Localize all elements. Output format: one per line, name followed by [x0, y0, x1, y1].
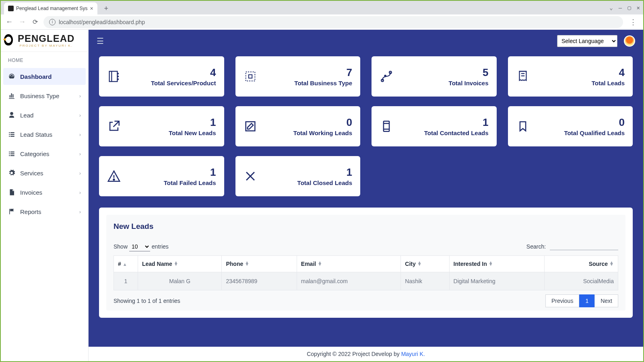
card-number: 1 — [399, 116, 489, 129]
sidebar-item-lead-status[interactable]: Lead Status › — [3, 126, 86, 143]
topbar: ☰ Select Language — [89, 30, 643, 52]
avatar[interactable] — [624, 35, 635, 47]
card-number: 5 — [399, 66, 489, 79]
close-window-icon[interactable]: ✕ — [637, 4, 640, 11]
sort-icon: ▲▼ — [609, 261, 614, 266]
cell-name: Malan G — [138, 272, 222, 290]
chevron-right-icon: › — [79, 209, 81, 215]
col-email[interactable]: Email▲▼ — [297, 256, 400, 272]
search-input[interactable] — [550, 243, 618, 250]
hamburger-icon[interactable]: ☰ — [97, 36, 104, 46]
sidebar-item-lead[interactable]: Lead › — [3, 107, 86, 123]
card-total-leads[interactable]: 4Total Leads — [508, 56, 633, 97]
search-control: Search: — [526, 243, 618, 250]
svg-point-9 — [384, 75, 386, 76]
svg-point-17 — [114, 179, 115, 180]
forward-icon[interactable]: → — [18, 18, 27, 26]
svg-rect-5 — [246, 72, 255, 81]
back-icon[interactable]: ← — [5, 18, 14, 26]
sidebar-item-reports[interactable]: Reports › — [3, 203, 86, 220]
chart-bar-icon — [8, 92, 15, 99]
card-new-leads[interactable]: 1Total New Leads — [99, 106, 224, 146]
card-label: Total Working Leads — [263, 130, 353, 136]
new-tab-button[interactable]: + — [101, 4, 111, 13]
card-working-leads[interactable]: 0Total Working Leads — [235, 106, 361, 146]
sidebar-item-label: Services — [20, 170, 43, 177]
cell-interest: Digital Marketing — [449, 272, 544, 290]
gauge-icon — [8, 73, 15, 80]
card-total-services[interactable]: 4Total Services/Product — [99, 56, 224, 97]
col-index[interactable]: #▲ — [114, 256, 138, 272]
card-closed-leads[interactable]: 1Total Closed Leads — [235, 156, 361, 196]
sort-icon: ▲▼ — [489, 261, 493, 266]
cell-source: SocialMedia — [544, 272, 618, 290]
card-total-invoices[interactable]: 5Total Invoices — [372, 56, 497, 97]
panel-title: New Leads — [114, 222, 618, 231]
url-text: localhost/penglead/dashboard.php — [59, 19, 145, 25]
maximize-icon[interactable]: ▢ — [627, 4, 631, 11]
site-info-icon[interactable]: i — [49, 19, 56, 25]
prev-button[interactable]: Previous — [545, 294, 579, 307]
col-source[interactable]: Source▲▼ — [544, 256, 618, 272]
minimize-icon[interactable]: — — [619, 4, 622, 11]
card-total-business-type[interactable]: 7Total Business Type — [235, 56, 361, 97]
col-city[interactable]: City▲▼ — [401, 256, 449, 272]
window-controls: ⌄ — ▢ ✕ — [609, 1, 640, 14]
tab-close-icon[interactable]: × — [90, 5, 93, 12]
card-label: Total Contacted Leads — [399, 130, 489, 136]
edit-icon — [244, 119, 257, 133]
sidebar-item-services[interactable]: Services › — [3, 165, 86, 181]
col-phone[interactable]: Phone▲▼ — [222, 256, 297, 272]
page-size-select[interactable]: 10 — [129, 242, 150, 251]
sidebar-section-home: HOME — [1, 52, 88, 66]
footer: Copyright © 2022 Project Develop by Mayu… — [89, 347, 643, 361]
cell-phone: 2345678989 — [222, 272, 297, 290]
penguin-logo-icon — [2, 33, 18, 49]
chevron-right-icon: › — [79, 132, 81, 138]
browser-tab[interactable]: Penglead Lead management Sys × — [4, 2, 97, 14]
card-label: Total Services/Product — [126, 80, 216, 86]
card-number: 1 — [126, 116, 216, 129]
card-failed-leads[interactable]: 1Total Failed Leads — [99, 156, 224, 196]
browser-tab-strip: Penglead Lead management Sys × + ⌄ — ▢ ✕ — [1, 1, 643, 14]
reload-icon[interactable]: ⟳ — [31, 18, 39, 26]
list-icon — [8, 150, 15, 157]
sidebar-item-label: Invoices — [20, 189, 42, 196]
file-icon — [8, 189, 15, 196]
sidebar: PENGLEAD PROJECT BY MAYURI K. HOME Dashb… — [1, 30, 89, 361]
sidebar-item-dashboard[interactable]: Dashboard — [3, 68, 86, 85]
card-number: 1 — [263, 166, 353, 179]
address-bar[interactable]: i localhost/penglead/dashboard.php — [43, 16, 623, 28]
svg-rect-6 — [248, 75, 252, 78]
footer-link[interactable]: Mayuri K. — [401, 351, 425, 357]
card-qualified-leads[interactable]: 0Total Qualified Leads — [508, 106, 633, 146]
card-contacted-leads[interactable]: 1Total Contacted Leads — [372, 106, 497, 146]
col-interested[interactable]: Interested In▲▼ — [449, 256, 544, 272]
sidebar-item-business-type[interactable]: Business Type › — [3, 87, 86, 104]
user-icon — [8, 111, 15, 119]
dropdown-caret-icon[interactable]: ⌄ — [609, 4, 613, 11]
card-number: 1 — [126, 166, 216, 179]
sort-icon: ▲▼ — [318, 261, 322, 266]
svg-point-3 — [118, 76, 118, 77]
browser-toolbar: ← → ⟳ i localhost/penglead/dashboard.php… — [1, 14, 643, 30]
col-lead-name[interactable]: Lead Name▲▼ — [138, 256, 222, 272]
sidebar-item-categories[interactable]: Categories › — [3, 145, 86, 162]
browser-menu-icon[interactable]: ⋮ — [627, 18, 639, 27]
sidebar-item-invoices[interactable]: Invoices › — [3, 184, 86, 201]
page-button[interactable]: 1 — [579, 294, 594, 307]
content: 4Total Services/Product 7Total Business … — [89, 52, 643, 347]
gear-icon — [8, 169, 15, 177]
language-select[interactable]: Select Language — [557, 35, 617, 47]
card-label: Total Failed Leads — [126, 179, 216, 186]
logo-subtitle: PROJECT BY MAYURI K. — [18, 44, 74, 47]
logo[interactable]: PENGLEAD PROJECT BY MAYURI K. — [1, 30, 88, 52]
table-row[interactable]: 1 Malan G 2345678989 malan@gmail.com Nas… — [114, 272, 618, 290]
logo-name: PENGLEAD — [18, 34, 74, 43]
close-icon — [244, 169, 257, 183]
table-info: Showing 1 to 1 of 1 entries — [114, 298, 180, 304]
card-number: 4 — [535, 66, 625, 79]
next-button[interactable]: Next — [594, 294, 618, 307]
bookmark-icon — [516, 119, 530, 133]
cell-email: malan@gmail.com — [297, 272, 400, 290]
